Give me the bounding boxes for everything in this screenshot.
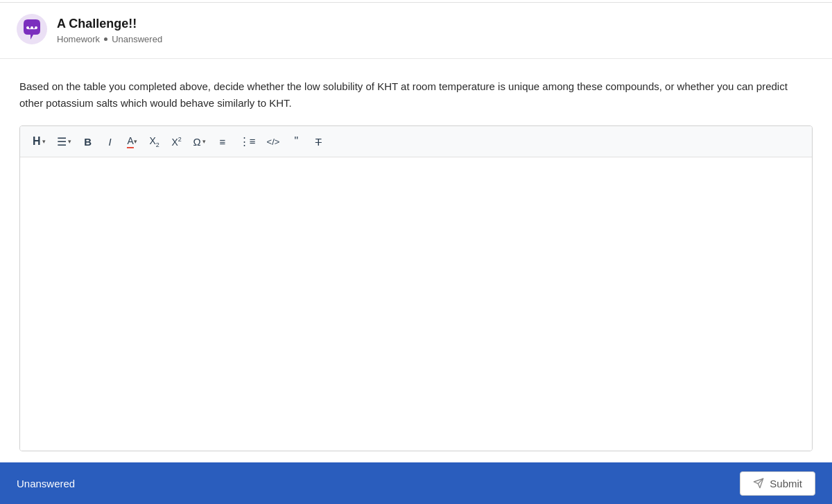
omega-label: Ω xyxy=(193,136,201,148)
content-area: Based on the table you completed above, … xyxy=(0,59,832,462)
rich-text-editor[interactable]: H ▾ ☰ ▾ B I A ▾ X2 X2 xyxy=(19,125,813,451)
header-text: A Challenge!! Homework Unanswered xyxy=(57,17,162,44)
send-icon xyxy=(753,478,764,489)
bold-button[interactable]: B xyxy=(78,132,98,151)
quote-label: " xyxy=(295,135,299,148)
subscript-button[interactable]: X2 xyxy=(145,132,164,151)
align-icon: ☰ xyxy=(57,135,67,148)
challenge-title: A Challenge!! xyxy=(57,17,162,31)
meta-dot xyxy=(104,37,107,41)
submit-button[interactable]: Submit xyxy=(740,471,815,496)
subscript-label: X2 xyxy=(149,135,159,148)
clear-format-icon: T xyxy=(315,136,322,148)
editor-toolbar: H ▾ ☰ ▾ B I A ▾ X2 X2 xyxy=(20,126,812,157)
editor-content-area[interactable] xyxy=(20,157,812,451)
align-arrow: ▾ xyxy=(68,138,71,145)
italic-label: I xyxy=(108,136,111,148)
omega-arrow: ▾ xyxy=(202,138,206,145)
footer-status-label: Unanswered xyxy=(17,478,75,489)
ordered-list-icon: ⋮≡ xyxy=(239,135,256,148)
omega-button[interactable]: Ω ▾ xyxy=(189,132,210,151)
align-button[interactable]: ☰ ▾ xyxy=(53,132,76,151)
status-badge: Unanswered xyxy=(112,34,162,44)
heading-arrow: ▾ xyxy=(42,138,46,145)
underline-button[interactable]: A ▾ xyxy=(123,132,142,151)
underline-arrow: ▾ xyxy=(134,138,137,145)
quote-button[interactable]: " xyxy=(286,132,306,151)
svg-point-3 xyxy=(31,26,33,29)
footer-bar: Unanswered Submit xyxy=(0,462,832,504)
italic-button[interactable]: I xyxy=(101,132,120,151)
svg-point-2 xyxy=(26,26,29,29)
underline-label: A xyxy=(127,135,133,148)
svg-point-4 xyxy=(35,26,37,29)
ordered-list-button[interactable]: ⋮≡ xyxy=(235,132,260,151)
code-button[interactable]: </> xyxy=(263,132,284,151)
unordered-list-icon: ≡ xyxy=(219,136,225,148)
superscript-button[interactable]: X2 xyxy=(167,132,187,151)
submit-label: Submit xyxy=(770,478,802,489)
heading-button[interactable]: H ▾ xyxy=(28,132,50,151)
meta-row: Homework Unanswered xyxy=(57,34,162,44)
superscript-label: X2 xyxy=(171,136,181,148)
unordered-list-button[interactable]: ≡ xyxy=(213,132,232,151)
avatar: — xyxy=(17,14,47,47)
bold-label: B xyxy=(84,136,92,148)
clear-format-button[interactable]: T xyxy=(309,132,328,151)
heading-label: H xyxy=(33,135,41,148)
question-text: Based on the table you completed above, … xyxy=(19,78,813,112)
code-label: </> xyxy=(267,137,280,147)
category-label: Homework xyxy=(57,34,100,44)
question-header: — A Challenge!! Homework Unanswered xyxy=(0,3,832,59)
